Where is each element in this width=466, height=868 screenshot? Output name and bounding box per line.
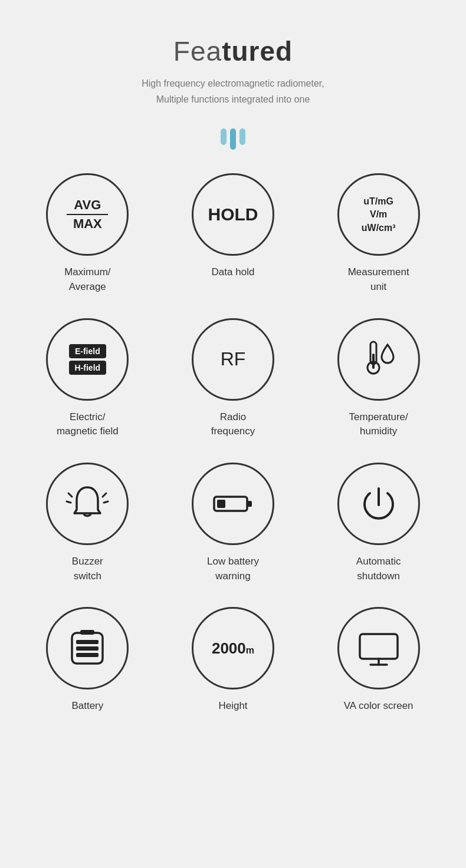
h-field-badge: H-field xyxy=(69,361,107,375)
screen-icon-circle xyxy=(337,607,420,689)
hold-feature-label: Data hold xyxy=(212,265,255,280)
feature-lowbattery: Low batterywarning xyxy=(166,463,300,583)
subtitle-line1: High frequency electromagnetic radiomete… xyxy=(142,78,324,88)
buzzer-icon-circle xyxy=(46,463,129,545)
battery-feature-label: Battery xyxy=(71,699,103,714)
hold-text: HOLD xyxy=(208,204,258,225)
rf-feature-label: Radiofrequency xyxy=(211,410,255,439)
rf-icon-circle: RF xyxy=(192,318,274,401)
avg-max-divider xyxy=(67,214,108,215)
title-section: Featured High frequency electromagnetic … xyxy=(142,35,324,107)
temp-icon-circle xyxy=(337,318,420,401)
svg-rect-2 xyxy=(372,354,375,369)
feature-height: 2000m Height xyxy=(166,607,300,714)
svg-rect-15 xyxy=(76,653,99,657)
avg-max-icon-circle: AVG MAX xyxy=(46,173,129,256)
bar-2 xyxy=(230,128,236,150)
feature-efield: E-field H-field Electric/magnetic field xyxy=(21,318,155,439)
feature-avg-max: AVG MAX Maximum/Average xyxy=(21,173,155,294)
feature-battery: Battery xyxy=(21,607,155,714)
shutdown-feature-label: Automaticshutdown xyxy=(356,555,401,583)
svg-rect-9 xyxy=(217,500,225,508)
buzzer-bell-icon xyxy=(64,480,111,527)
efield-icon-circle: E-field H-field xyxy=(46,318,129,401)
divider-bars xyxy=(221,128,245,150)
rf-text: RF xyxy=(221,348,246,370)
monitor-icon xyxy=(355,625,402,672)
features-grid: AVG MAX Maximum/Average HOLD Data hold u… xyxy=(21,173,445,713)
svg-rect-13 xyxy=(76,640,99,644)
svg-rect-12 xyxy=(80,630,94,635)
feature-screen: VA color screen xyxy=(311,607,445,714)
power-icon xyxy=(355,480,402,527)
feature-hold: HOLD Data hold xyxy=(166,173,300,294)
unit-text: uT/mGV/muW/cm³ xyxy=(362,195,396,235)
feature-temp: Temperature/humidity xyxy=(311,318,445,439)
screen-feature-label: VA color screen xyxy=(344,699,414,714)
low-battery-icon xyxy=(209,480,257,527)
shutdown-icon-circle xyxy=(337,463,420,545)
svg-rect-8 xyxy=(247,501,252,507)
battery-full-icon xyxy=(64,625,111,672)
avg-max-text: AVG MAX xyxy=(67,197,108,232)
field-badges: E-field H-field xyxy=(69,344,107,375)
page-title: Featured xyxy=(142,35,324,67)
bar-1 xyxy=(221,128,227,145)
height-text: 2000m xyxy=(212,639,254,658)
lowbattery-icon-circle xyxy=(192,463,274,545)
height-feature-label: Height xyxy=(218,699,247,714)
bar-3 xyxy=(239,128,245,145)
unit-icon-circle: uT/mGV/muW/cm³ xyxy=(337,173,420,256)
svg-line-3 xyxy=(68,493,72,497)
feature-unit: uT/mGV/muW/cm³ Measurementunit xyxy=(311,173,445,294)
temp-humidity-icon xyxy=(355,336,402,383)
unit-feature-label: Measurementunit xyxy=(348,265,409,294)
svg-rect-16 xyxy=(360,634,398,659)
svg-line-6 xyxy=(104,501,108,503)
feature-shutdown: Automaticshutdown xyxy=(311,463,445,583)
subtitle: High frequency electromagnetic radiomete… xyxy=(142,75,324,107)
avg-max-feature-label: Maximum/Average xyxy=(64,265,110,294)
battery-icon-circle xyxy=(46,607,129,689)
svg-line-5 xyxy=(67,501,71,503)
title-light: Fea xyxy=(173,36,222,67)
height-icon-circle: 2000m xyxy=(192,607,274,689)
hold-icon-circle: HOLD xyxy=(192,173,274,256)
buzzer-feature-label: Buzzerswitch xyxy=(72,555,103,583)
svg-line-4 xyxy=(103,493,106,497)
avg-label: AVG xyxy=(74,197,101,213)
temp-feature-label: Temperature/humidity xyxy=(349,410,408,439)
lowbattery-feature-label: Low batterywarning xyxy=(207,555,259,583)
svg-rect-14 xyxy=(76,646,99,651)
subtitle-line2: Multiple functions integrated into one xyxy=(156,94,310,104)
title-bold: tured xyxy=(222,36,293,67)
feature-buzzer: Buzzerswitch xyxy=(21,463,155,583)
feature-rf: RF Radiofrequency xyxy=(166,318,300,439)
max-label: MAX xyxy=(73,216,102,232)
e-field-badge: E-field xyxy=(69,344,107,358)
efield-feature-label: Electric/magnetic field xyxy=(57,410,119,439)
